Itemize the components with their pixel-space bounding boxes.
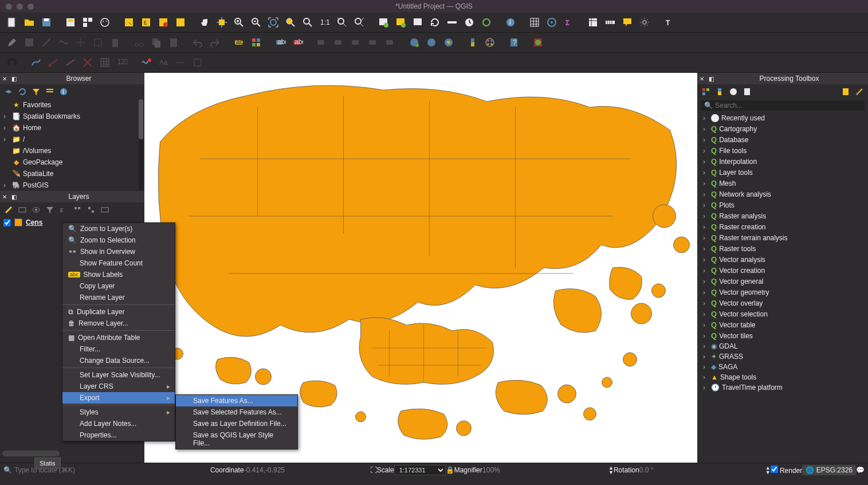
proc-group-saga[interactable]: ›◆SAGA <box>697 362 868 372</box>
proc-group-mesh[interactable]: ›QMesh <box>697 178 868 189</box>
properties-browser-icon[interactable]: i <box>58 87 69 97</box>
close-panel-icon[interactable]: ✕ <box>2 76 7 82</box>
proc-group-raster-creation[interactable]: ›QRaster creation <box>697 221 868 232</box>
deselect-icon[interactable] <box>156 15 171 30</box>
cut-icon[interactable] <box>132 35 147 50</box>
zoom-native-icon[interactable]: 1:1 <box>317 15 332 30</box>
style-manager-icon[interactable] <box>97 15 112 30</box>
ctx-show-labels[interactable]: abcShow Labels <box>62 269 175 280</box>
label-tool-2-icon[interactable] <box>331 35 346 50</box>
browser-item-volumes[interactable]: 📁/Volumes <box>0 145 144 157</box>
label-tool-3-icon[interactable] <box>348 35 363 50</box>
zoom-next-icon[interactable] <box>352 15 367 30</box>
close-processing-icon[interactable]: ✕ <box>700 76 704 82</box>
label-toolbar-icon[interactable]: abc <box>231 35 246 50</box>
select-icon[interactable] <box>121 15 136 30</box>
proc-python-icon[interactable] <box>714 87 725 97</box>
proc-group-vector-analysis[interactable]: ›QVector analysis <box>697 254 868 265</box>
plugin-icon[interactable] <box>531 35 545 50</box>
print-layout-icon[interactable] <box>63 15 78 30</box>
export-save-features-as-[interactable]: Save Features As... <box>176 395 297 406</box>
label-tool-4-icon[interactable] <box>366 35 380 50</box>
copy-icon[interactable] <box>149 35 164 50</box>
ctx-export[interactable]: Export▸ <box>62 392 175 404</box>
node-edit-icon[interactable] <box>46 55 61 70</box>
zoom-selection-icon[interactable] <box>283 15 298 30</box>
close-window-icon[interactable] <box>6 3 12 10</box>
measure-line-icon[interactable] <box>603 15 618 30</box>
web-icon[interactable] <box>424 35 439 50</box>
browser-item-favorites[interactable]: ★Favorites <box>0 99 144 111</box>
proc-group-plots[interactable]: ›QPlots <box>697 200 868 210</box>
ctx-styles[interactable]: Styles▸ <box>62 406 175 418</box>
text-tool-icon[interactable]: Aa <box>156 55 171 70</box>
proc-group-vector-table[interactable]: ›QVector table <box>697 319 868 330</box>
ctx-set-layer-scale-visibility-[interactable]: Set Layer Scale Visibility... <box>62 369 175 381</box>
ctx-add-layer-notes-[interactable]: Add Layer Notes... <box>62 418 175 429</box>
attribute-table-icon[interactable] <box>527 15 542 30</box>
minimize-window-icon[interactable] <box>17 3 23 10</box>
scale-select[interactable]: 1:172331 <box>394 465 446 475</box>
proc-history-icon[interactable] <box>728 87 739 97</box>
proc-group-vector-overlay[interactable]: ›QVector overlay <box>697 298 868 308</box>
proc-group-gdal[interactable]: ›◉GDAL <box>697 341 868 351</box>
proc-group-vector-selection[interactable]: ›QVector selection <box>697 308 868 319</box>
delete-selected-icon[interactable] <box>108 35 123 50</box>
proc-group-interpolation[interactable]: ›QInterpolation <box>697 156 868 167</box>
settings-icon[interactable] <box>637 15 652 30</box>
ctx-show-feature-count[interactable]: Show Feature Count <box>62 257 175 269</box>
zoom-last-icon[interactable] <box>335 15 349 30</box>
shape-tool-icon[interactable] <box>190 55 205 70</box>
snapping-icon[interactable] <box>5 55 19 70</box>
browser-item-bookmarks[interactable]: ›📑Spatial Bookmarks <box>0 111 144 122</box>
pan-icon[interactable] <box>197 15 212 30</box>
layers-expression-icon[interactable]: ε <box>58 205 69 215</box>
proc-group-recently-used[interactable]: ›Recently used <box>697 113 868 123</box>
ctx-change-data-source-[interactable]: Change Data Source... <box>62 355 175 366</box>
render-toggle[interactable]: Render <box>771 466 803 475</box>
curve-tool-icon[interactable] <box>29 55 44 70</box>
proc-results-icon[interactable] <box>742 87 752 97</box>
processing-search[interactable]: 🔍 <box>701 100 865 111</box>
layers-expand-icon[interactable] <box>72 205 83 215</box>
identify-icon[interactable]: i <box>503 15 518 30</box>
label-pin-icon[interactable]: abc <box>273 35 288 50</box>
refresh-browser-icon[interactable] <box>17 87 28 97</box>
extents-icon[interactable]: ⛶ <box>370 466 377 474</box>
ctx-duplicate-layer[interactable]: ⧉Duplicate Layer <box>62 306 175 318</box>
label-unpin-icon[interactable]: abc <box>290 35 305 50</box>
open-project-icon[interactable] <box>22 15 37 30</box>
vertex-tool-icon[interactable] <box>63 55 78 70</box>
refresh-icon[interactable] <box>427 15 442 30</box>
browser-item-postgis[interactable]: ›🐘PostGIS <box>0 179 144 191</box>
add-layer-icon[interactable] <box>3 87 14 97</box>
layers-collapse-icon[interactable] <box>86 205 96 215</box>
stats-icon[interactable]: Σ <box>561 15 576 30</box>
proc-group-file-tools[interactable]: ›QFile tools <box>697 145 868 156</box>
export-save-as-layer-definition-file-[interactable]: Save as Layer Definition File... <box>176 418 297 429</box>
split-tool-icon[interactable] <box>80 55 95 70</box>
metasearch-icon[interactable] <box>407 35 422 50</box>
ctx-layer-crs[interactable]: Layer CRS▸ <box>62 381 175 392</box>
proc-model-icon[interactable] <box>701 87 711 97</box>
processing-search-input[interactable] <box>715 101 861 109</box>
magnifier-stepper-icon[interactable]: ▲▼ <box>608 466 614 475</box>
proc-group-vector-geometry[interactable]: ›QVector geometry <box>697 287 868 298</box>
field-calc-icon[interactable] <box>544 15 559 30</box>
export-save-as-qgis-layer-style-file-[interactable]: Save as QGIS Layer Style File... <box>176 429 297 449</box>
text-annotation-icon[interactable]: T <box>661 15 676 30</box>
ctx-properties-[interactable]: Properties... <box>62 429 175 441</box>
proc-group-traveltime-platform[interactable]: ›🕐TravelTime platform <box>697 382 868 393</box>
geocoding-icon[interactable] <box>441 35 456 50</box>
detach-layers-icon[interactable]: ◧ <box>11 194 17 200</box>
lock-scale-icon[interactable]: 🔒 <box>446 466 454 474</box>
layers-styling-icon[interactable] <box>3 205 14 215</box>
detach-panel-icon[interactable]: ◧ <box>11 76 17 82</box>
ctx-show-in-overview[interactable]: 👓Show in Overview <box>62 246 175 257</box>
messages-icon[interactable]: 💬 <box>856 466 865 474</box>
proc-group-vector-creation[interactable]: ›QVector creation <box>697 265 868 276</box>
proc-group-raster-terrain-analysis[interactable]: ›QRaster terrain analysis <box>697 232 868 243</box>
proc-options-icon[interactable] <box>854 87 865 97</box>
save-edits-icon[interactable] <box>22 35 37 50</box>
proc-group-vector-tiles[interactable]: ›QVector tiles <box>697 330 868 341</box>
